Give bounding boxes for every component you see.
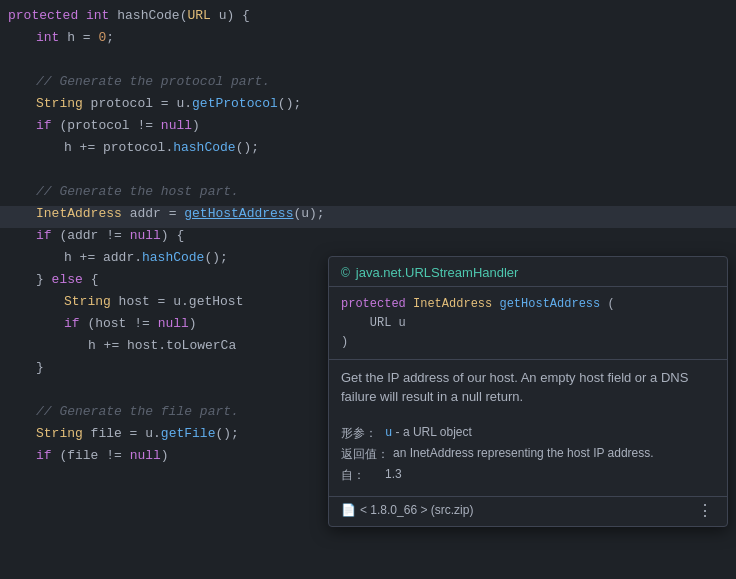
tooltip-since-row: 自： 1.3 [341,467,715,484]
copyright-icon: © [341,266,350,280]
tooltip-popup: © java.net.URLStreamHandler protected In… [328,256,728,527]
tooltip-footer: 📄 < 1.8.0_66 > (src.zip) ⋮ [329,496,727,526]
tooltip-source-link[interactable]: 📄 < 1.8.0_66 > (src.zip) [341,503,473,517]
tooltip-header: © java.net.URLStreamHandler [329,257,727,287]
keyword-int: int [86,8,109,23]
tooltip-body: Get the IP address of our host. An empty… [329,360,727,421]
tooltip-params-row: 形参： u - a URL object [341,425,715,442]
code-line-1: protected int hashCode(URL u) { [0,8,736,30]
more-options-icon[interactable]: ⋮ [697,501,715,520]
code-line-10: InetAddress addr = getHostAddress(u); [0,206,736,228]
code-line-2: int h = 0; [0,30,736,52]
code-line-9: // Generate the host part. [0,184,736,206]
keyword-protected: protected [8,8,86,23]
code-line-5: String protocol = u.getProtocol(); [0,96,736,118]
code-line-11: if (addr != null) { [0,228,736,250]
code-editor: protected int hashCode(URL u) { int h = … [0,0,736,579]
tooltip-return-row: 返回值： an InetAddress representing the hos… [341,446,715,463]
file-icon: 📄 [341,503,356,517]
tooltip-signature: protected InetAddress getHostAddress ( U… [329,287,727,360]
tooltip-class-link[interactable]: java.net.URLStreamHandler [356,265,519,280]
code-line-7: h += protocol.hashCode(); [0,140,736,162]
code-line-6: if (protocol != null) [0,118,736,140]
tooltip-meta: 形参： u - a URL object 返回值： an InetAddress… [329,421,727,496]
tooltip-description: Get the IP address of our host. An empty… [341,368,715,407]
code-line-4: // Generate the protocol part. [0,74,736,96]
code-line-8 [0,162,736,184]
code-line-3 [0,52,736,74]
